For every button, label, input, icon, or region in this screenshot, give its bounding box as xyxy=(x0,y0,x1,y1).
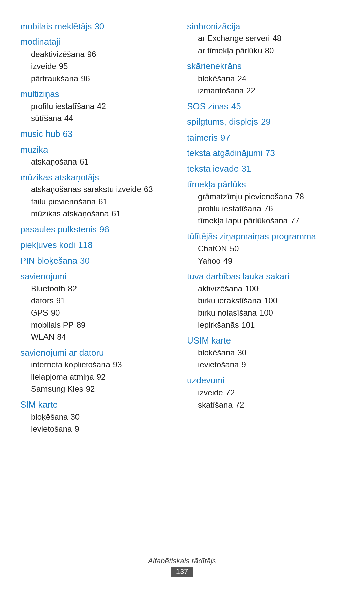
entry-heading: skārienekrāns xyxy=(187,60,344,72)
sub-entry: ar Exchange serveri48 xyxy=(198,32,344,44)
sub-entry: iepirkšanās101 xyxy=(198,319,344,331)
footer-page: 137 xyxy=(171,567,193,577)
entry-heading: PIN bloķēšana30 xyxy=(20,255,177,267)
index-entry: savienojumi ar datoruinterneta koplietoš… xyxy=(20,347,177,395)
index-entry: pasaules pulkstenis96 xyxy=(20,223,177,235)
index-entry: tīmekļa pārlūksgrāmatzīmju pievienošana7… xyxy=(187,178,344,227)
sub-entry: mobilais PP89 xyxy=(31,319,177,331)
sub-entry: birku ierakstīšana100 xyxy=(198,295,344,307)
entry-heading: modinātāji xyxy=(20,36,177,48)
sub-entry: Samsung Kies92 xyxy=(31,383,177,395)
sub-entry: WLAN84 xyxy=(31,331,177,343)
sub-entry: atskaņošana61 xyxy=(31,156,177,168)
index-entry: mūzikas atskaņotājsatskaņošanas sarakstu… xyxy=(20,171,177,220)
index-entry: tuva darbības lauka sakariaktivizēšana10… xyxy=(187,270,344,331)
footer-label: Alfabētiskais rādītājs xyxy=(0,557,364,565)
left-column: mobilais meklētājs30modinātājideaktivizē… xyxy=(20,20,187,439)
index-entry: skārienekrānsbloķēšana24izmantošana22 xyxy=(187,60,344,96)
entry-heading: savienojumi xyxy=(20,270,177,282)
sub-entry: GPS90 xyxy=(31,307,177,319)
entry-heading: sinhronizācija xyxy=(187,20,344,32)
entry-heading: pasaules pulkstenis96 xyxy=(20,223,177,235)
entry-heading: SIM karte xyxy=(20,398,177,411)
entry-heading: piekļuves kodi118 xyxy=(20,239,177,251)
sub-entry: ChatON50 xyxy=(198,243,344,255)
main-content: mobilais meklētājs30modinātājideaktivizē… xyxy=(20,20,344,439)
index-entry: music hub63 xyxy=(20,128,177,140)
sub-entry: profilu iestatīšana42 xyxy=(31,100,177,112)
index-entry: SIM kartebloķēšana30ievietošana9 xyxy=(20,398,177,435)
sub-entry: failu pievienošana61 xyxy=(31,196,177,208)
entry-heading: tūlītējās ziņapmaiņas programma xyxy=(187,230,344,242)
index-entry: taimeris97 xyxy=(187,131,344,144)
entry-heading: savienojumi ar datoru xyxy=(20,347,177,359)
sub-entry: izmantošana22 xyxy=(198,85,344,97)
index-entry: uzdevumiizveide72skatīšana72 xyxy=(187,374,344,411)
entry-heading: uzdevumi xyxy=(187,374,344,386)
index-entry: USIM kartebloķēšana30ievietošana9 xyxy=(187,334,344,371)
sub-entry: lielapjoma atmiņa92 xyxy=(31,371,177,383)
index-entry: modinātājideaktivizēšana96izveide95pārtr… xyxy=(20,36,177,84)
sub-entry: birku nolasīšana100 xyxy=(198,307,344,319)
index-entry: teksta atgādinājumi73 xyxy=(187,147,344,159)
entry-heading: teksta ievade31 xyxy=(187,162,344,175)
sub-entry: dators91 xyxy=(31,295,177,307)
entry-heading: mūzikas atskaņotājs xyxy=(20,171,177,183)
sub-entry: grāmatzīmju pievienošana78 xyxy=(198,190,344,203)
sub-entry: mūzikas atskaņošana61 xyxy=(31,208,177,220)
index-entry: spilgtums, displejs29 xyxy=(187,116,344,128)
right-column: sinhronizācijaar Exchange serveri48ar tī… xyxy=(187,20,344,439)
sub-entry: pārtraukšana96 xyxy=(31,72,177,85)
entry-heading: music hub63 xyxy=(20,128,177,140)
sub-entry: ar tīmekļa pārlūku80 xyxy=(198,44,344,57)
footer: Alfabētiskais rādītājs 137 xyxy=(0,557,364,577)
entry-heading: SOS ziņas45 xyxy=(187,100,344,112)
index-entry: PIN bloķēšana30 xyxy=(20,255,177,267)
sub-entry: ievietošana9 xyxy=(31,423,177,435)
entry-heading: mūzika xyxy=(20,144,177,156)
sub-entry: Bluetooth82 xyxy=(31,282,177,295)
sub-entry: profilu iestatīšana76 xyxy=(198,203,344,215)
entry-heading: spilgtums, displejs29 xyxy=(187,116,344,128)
entry-heading: taimeris97 xyxy=(187,131,344,144)
sub-entry: deaktivizēšana96 xyxy=(31,48,177,60)
index-entry: tūlītējās ziņapmaiņas programmaChatON50Y… xyxy=(187,230,344,267)
sub-entry: bloķēšana24 xyxy=(198,72,344,85)
sub-entry: bloķēšana30 xyxy=(198,347,344,359)
entry-heading: tuva darbības lauka sakari xyxy=(187,270,344,282)
sub-entry: ievietošana9 xyxy=(198,359,344,371)
sub-entry: aktivizēšana100 xyxy=(198,282,344,295)
index-entry: mobilais meklētājs30 xyxy=(20,20,177,32)
sub-entry: tīmekļa lapu pārlūkošana77 xyxy=(198,215,344,227)
entry-heading: USIM karte xyxy=(187,334,344,347)
index-entry: savienojumiBluetooth82dators91GPS90mobil… xyxy=(20,270,177,343)
sub-entry: skatīšana72 xyxy=(198,399,344,411)
index-entry: sinhronizācijaar Exchange serveri48ar tī… xyxy=(187,20,344,57)
index-entry: teksta ievade31 xyxy=(187,162,344,175)
entry-heading: multiziņas xyxy=(20,88,177,100)
sub-entry: Yahoo49 xyxy=(198,255,344,267)
entry-heading: mobilais meklētājs30 xyxy=(20,20,177,32)
index-entry: mūzikaatskaņošana61 xyxy=(20,144,177,168)
entry-heading: teksta atgādinājumi73 xyxy=(187,147,344,159)
sub-entry: sūtīšana44 xyxy=(31,112,177,124)
sub-entry: izveide95 xyxy=(31,60,177,72)
index-entry: SOS ziņas45 xyxy=(187,100,344,112)
index-entry: multiziņasprofilu iestatīšana42sūtīšana4… xyxy=(20,88,177,124)
sub-entry: interneta koplietošana93 xyxy=(31,359,177,371)
index-entry: piekļuves kodi118 xyxy=(20,239,177,251)
sub-entry: izveide72 xyxy=(198,387,344,399)
sub-entry: bloķēšana30 xyxy=(31,411,177,423)
entry-heading: tīmekļa pārlūks xyxy=(187,178,344,190)
sub-entry: atskaņošanas sarakstu izveide63 xyxy=(31,183,177,196)
